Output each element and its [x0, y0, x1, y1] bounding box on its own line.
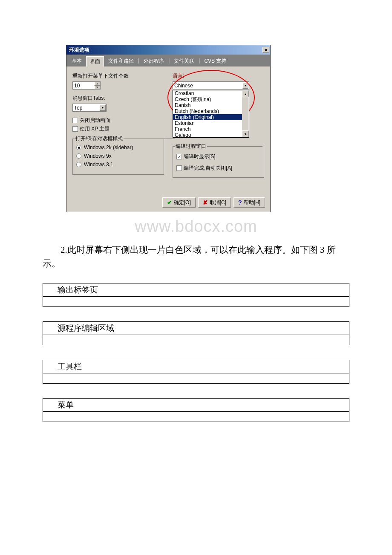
language-select[interactable]: Chinese ▼ — [173, 81, 249, 90]
dialog-style-group: 打开/保存对话框样式 Windows 2k (sidebar) Windows … — [72, 139, 164, 175]
tab-strip: 基本 界面 文件和路径 | 外部程序 | 文件关联 | CVS 支持 — [66, 55, 270, 66]
lang-option[interactable]: Croatian — [173, 90, 249, 96]
window-title: 环境选项 — [69, 46, 89, 54]
box-label: 菜单 — [43, 399, 349, 412]
spinner-control[interactable]: ▲ ▼ — [94, 81, 101, 90]
ok-button[interactable]: ✔确定[O] — [162, 197, 196, 208]
checkbox-splash[interactable] — [72, 118, 78, 123]
group-dialog-title: 打开/保存对话框样式 — [75, 135, 124, 142]
close-icon[interactable]: ✕ — [262, 47, 269, 53]
radio-win2k-label: Windows 2k (sidebar) — [84, 145, 133, 150]
language-dropdown-list[interactable]: Croatian Czech (蕃殨ina) Danish Dutch (Ned… — [173, 90, 249, 138]
group-compile-title: 编译过程窗口 — [175, 143, 207, 150]
box-empty — [43, 412, 349, 422]
body-paragraph: 2.此时屏幕右下侧出现一片白色区域，可以在此输入程序。如下图 3 所示。 — [43, 243, 349, 270]
lang-option[interactable]: English (Original) — [173, 114, 249, 120]
radio-win2k[interactable] — [76, 145, 81, 150]
language-value: Chinese — [174, 83, 193, 89]
label-box-output: 输出标签页 — [43, 283, 349, 307]
env-options-dialog: 环境选项 ✕ 基本 界面 文件和路径 | 外部程序 | 文件关联 | CVS 支… — [66, 45, 271, 212]
x-icon: ✘ — [203, 199, 208, 206]
watermark-text: www.bdocx.com — [43, 217, 349, 236]
tab-external[interactable]: 外部程序 — [140, 56, 167, 66]
label-box-toolbar: 工具栏 — [43, 360, 349, 384]
label-box-editor: 源程序编辑区域 — [43, 321, 349, 345]
cb-xptheme-label: 使用 XP 主题 — [80, 125, 110, 133]
titlebar[interactable]: 环境选项 ✕ — [66, 45, 270, 55]
compile-group: 编译过程窗口 ✓ 编译时显示[S] 编译完成,自动关闭[A] — [173, 146, 264, 178]
msgtab-select[interactable]: Top ▼ — [72, 104, 107, 112]
radio-win9x-label: Windows 9x — [84, 153, 112, 159]
checkbox-autoclose[interactable] — [176, 165, 182, 171]
check-icon: ✔ — [167, 199, 172, 206]
lang-option[interactable]: Dutch (Nederlands) — [173, 108, 249, 114]
tab-interface[interactable]: 界面 — [86, 56, 104, 66]
radio-win9x[interactable] — [76, 153, 81, 159]
reopen-count-input[interactable] — [72, 81, 94, 90]
cb-showcompile-label: 编译时显示[S] — [184, 153, 216, 160]
language-label: 语言: — [173, 72, 264, 80]
scrollbar[interactable]: ▲ ▼ — [242, 90, 249, 137]
lang-option[interactable]: French — [173, 126, 249, 132]
chevron-down-icon[interactable]: ▼ — [94, 86, 100, 90]
label-box-menu: 菜单 — [43, 398, 349, 422]
checkbox-xptheme[interactable] — [72, 126, 78, 132]
tab-files[interactable]: 文件和路径 — [105, 56, 137, 66]
chevron-down-icon[interactable]: ▼ — [242, 130, 249, 137]
cb-splash-label: 关闭启动画面 — [80, 117, 110, 124]
help-button[interactable]: ?帮助[H] — [233, 197, 265, 208]
box-label: 输出标签页 — [43, 283, 349, 297]
lang-option[interactable]: Czech (蕃殨ina) — [173, 96, 249, 102]
tab-cvs[interactable]: CVS 支持 — [201, 56, 230, 66]
lang-option[interactable]: Danish — [173, 102, 249, 108]
chevron-down-icon[interactable]: ▼ — [242, 82, 248, 89]
question-icon: ? — [238, 199, 242, 206]
reopen-label: 重新打开菜单下文件个数 — [72, 72, 164, 80]
chevron-down-icon[interactable]: ▼ — [100, 104, 106, 111]
box-empty — [43, 297, 349, 307]
cancel-button[interactable]: ✘取消[C] — [198, 197, 231, 208]
chevron-up-icon[interactable]: ▲ — [94, 82, 100, 86]
msgtab-value: Top — [74, 105, 82, 111]
box-label: 源程序编辑区域 — [43, 322, 349, 335]
lang-option[interactable]: Estonian — [173, 120, 249, 126]
tab-basic[interactable]: 基本 — [68, 56, 85, 66]
chevron-up-icon[interactable]: ▲ — [242, 90, 249, 97]
lang-option[interactable]: Galego — [173, 132, 249, 138]
cb-autoclose-label: 编译完成,自动关闭[A] — [184, 165, 232, 172]
tab-assoc[interactable]: 文件关联 — [170, 56, 198, 66]
box-empty — [43, 335, 349, 345]
radio-win31[interactable] — [76, 162, 81, 167]
box-empty — [43, 373, 349, 384]
checkbox-showcompile[interactable]: ✓ — [176, 154, 182, 159]
msgtab-label: 消息窗口Tabs: — [72, 95, 164, 102]
box-label: 工具栏 — [43, 360, 349, 373]
radio-win31-label: Windows 3.1 — [84, 162, 113, 168]
